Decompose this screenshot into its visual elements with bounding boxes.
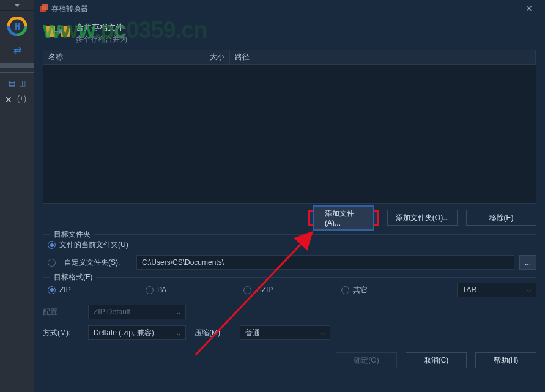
target-format-group: 目标格式(F) ZIP PA 7-ZIP xyxy=(43,277,536,303)
current-folder-radio[interactable] xyxy=(48,241,56,249)
method-label: 方式(M): xyxy=(43,328,80,338)
compress-label: 压缩(M): xyxy=(195,328,231,338)
page-subtitle: 多个存档合并为一 xyxy=(76,34,536,45)
page-icon: ◫ xyxy=(19,79,26,87)
document-icon: ▤ xyxy=(9,79,15,87)
merge-icon xyxy=(46,23,71,42)
pa-radio[interactable] xyxy=(146,286,154,294)
method-select[interactable]: Deflate (.zip, 兼容) ⌵ xyxy=(88,325,186,340)
target-folder-group: 目标文件夹 文件的当前文件夹(U) 自定义文件夹(S): ... xyxy=(43,234,536,276)
add-file-button[interactable]: 添加文件(A)... xyxy=(308,210,379,226)
zip-radio[interactable] xyxy=(48,286,56,294)
dropdown-toggle[interactable] xyxy=(0,0,34,11)
7zip-label[interactable]: 7-ZIP xyxy=(255,286,273,294)
table-header: 名称 大小 路径 xyxy=(43,50,536,65)
browse-button[interactable]: ... xyxy=(519,255,536,270)
target-folder-legend: 目标文件夹 xyxy=(50,229,94,240)
other-radio[interactable] xyxy=(341,286,349,294)
add-tab-button[interactable]: (+) xyxy=(17,91,26,106)
chevron-down-icon: ⌵ xyxy=(527,287,531,294)
window-title: 存档转换器 xyxy=(51,4,518,14)
page-title: 合并存档文件 xyxy=(76,22,536,33)
custom-folder-radio[interactable] xyxy=(48,259,56,267)
chevron-down-icon: ⌵ xyxy=(177,309,180,316)
logo-area xyxy=(0,11,34,42)
7zip-radio[interactable] xyxy=(243,286,251,294)
zip-label[interactable]: ZIP xyxy=(59,286,71,294)
titlebar: 存档转换器 × xyxy=(34,0,545,17)
pa-label[interactable]: PA xyxy=(157,286,166,294)
custom-folder-label[interactable]: 自定义文件夹(S): xyxy=(64,257,132,268)
svg-rect-6 xyxy=(61,26,70,37)
chevron-down-icon: ⌵ xyxy=(321,330,325,336)
svg-rect-2 xyxy=(15,25,20,27)
target-format-legend: 目标格式(F) xyxy=(50,272,96,283)
column-name[interactable]: 名称 xyxy=(43,50,196,64)
cancel-button[interactable]: 取消(C) xyxy=(406,352,467,368)
sidebar-icons[interactable]: ▤ ◫ xyxy=(0,76,34,90)
add-folder-button[interactable]: 添加文件夹(O)... xyxy=(387,210,458,226)
svg-rect-5 xyxy=(46,26,55,37)
column-path[interactable]: 路径 xyxy=(230,50,536,64)
help-button[interactable]: 帮助(H) xyxy=(475,352,536,368)
remove-button[interactable]: 移除(E) xyxy=(466,210,536,226)
svg-rect-4 xyxy=(42,4,48,10)
close-tab-button[interactable]: ✕ xyxy=(0,92,17,107)
table-body[interactable] xyxy=(43,65,536,203)
compress-select[interactable]: 普通 ⌵ xyxy=(240,325,330,340)
close-button[interactable]: × xyxy=(518,0,540,17)
sidebar-arrows[interactable]: ⇄ xyxy=(0,42,34,58)
app-icon xyxy=(39,4,48,13)
file-table: 名称 大小 路径 xyxy=(43,50,536,204)
other-format-select[interactable]: TAR ⌵ xyxy=(457,283,536,297)
chevron-down-icon: ⌵ xyxy=(177,330,180,336)
column-size[interactable]: 大小 xyxy=(196,50,230,64)
current-folder-label[interactable]: 文件的当前文件夹(U) xyxy=(59,240,128,250)
left-sidebar: ⇄ ▤ ◫ ✕ (+) xyxy=(0,0,34,392)
logo-icon xyxy=(7,17,27,36)
ok-button[interactable]: 确定(O) xyxy=(336,352,397,368)
other-label[interactable]: 其它 xyxy=(353,285,368,295)
config-select[interactable]: ZIP Default ⌵ xyxy=(88,305,186,319)
custom-path-input[interactable] xyxy=(136,255,514,270)
main-panel: 存档转换器 × 合并存档文件 多个存档合并为一 名称 大小 路径 xyxy=(34,0,545,392)
config-label: 配置 xyxy=(43,307,80,317)
